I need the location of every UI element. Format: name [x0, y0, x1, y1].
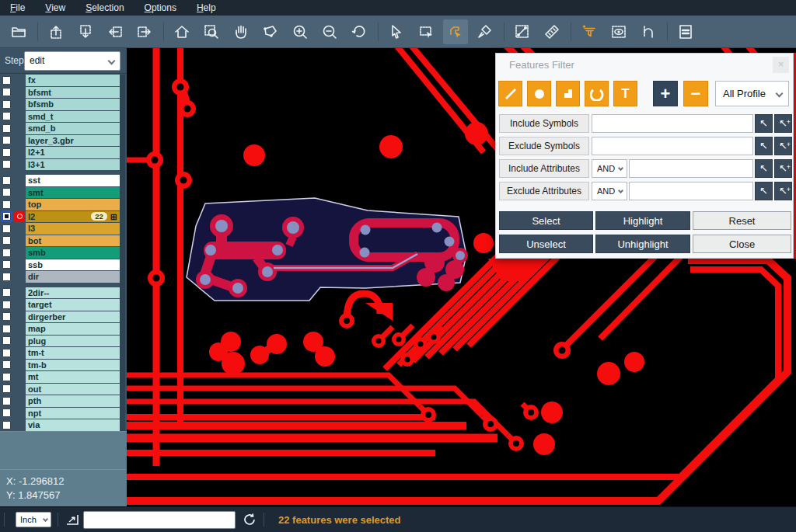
snap-mode-button[interactable] — [636, 19, 661, 44]
layer-name[interactable]: smd_t — [26, 111, 120, 123]
select-button[interactable]: Select — [499, 211, 593, 230]
pick-add-symbol-button[interactable]: ↖+ — [774, 114, 792, 133]
layer-visibility-checkbox[interactable] — [2, 148, 11, 157]
layer-visibility-checkbox[interactable] — [2, 349, 11, 357]
close-button[interactable]: Close — [693, 235, 791, 253]
layer-visibility-checkbox[interactable] — [2, 200, 11, 209]
include-symbols-input[interactable] — [592, 114, 753, 133]
layer-name[interactable]: target — [26, 299, 120, 311]
include-attributes-operator[interactable]: AND — [592, 159, 627, 178]
layer-visibility-checkbox[interactable] — [2, 236, 11, 245]
layer-visibility-checkbox[interactable] — [2, 112, 11, 120]
pan-hand-button[interactable] — [229, 19, 253, 44]
layer-visibility-checkbox[interactable] — [2, 312, 11, 321]
zoom-previous-button[interactable] — [347, 19, 372, 44]
zoom-polygon-button[interactable] — [258, 19, 283, 44]
filter-line-button[interactable] — [498, 81, 522, 106]
pan-right-button[interactable] — [132, 19, 157, 44]
layer-name[interactable]: smb — [26, 247, 120, 259]
layer-name[interactable]: npt — [26, 408, 120, 419]
profile-select[interactable]: All Profile — [715, 81, 789, 106]
layer-visibility-checkbox[interactable] — [2, 384, 11, 393]
layer-form-button[interactable] — [673, 19, 698, 44]
layer-name[interactable]: dirgerber — [26, 311, 120, 323]
pick-add-attribute-button[interactable]: ↖+ — [774, 159, 792, 178]
layer-name[interactable]: dir — [26, 271, 120, 283]
layer-visibility-checkbox[interactable] — [2, 160, 11, 169]
open-file-button[interactable] — [6, 19, 31, 44]
unit-select[interactable]: Inch — [16, 512, 51, 527]
layer-visibility-checkbox[interactable] — [2, 397, 11, 405]
layer-visibility-checkbox[interactable] — [2, 409, 11, 417]
active-layer-indicator[interactable] — [14, 211, 25, 222]
exclude-symbols-button[interactable]: Exclude Symbols — [499, 137, 589, 155]
view-options-button[interactable] — [606, 19, 631, 44]
zoom-in-button[interactable] — [288, 19, 312, 44]
include-attributes-input[interactable] — [629, 159, 753, 178]
filter-pad-button[interactable] — [527, 81, 551, 106]
select-rectangle-button[interactable] — [414, 19, 438, 44]
layer-visibility-checkbox[interactable] — [2, 373, 11, 381]
pick-add-attribute-button[interactable]: ↖+ — [774, 182, 792, 200]
layer-name[interactable]: smd_b — [26, 123, 120, 134]
layer-visibility-checkbox[interactable] — [2, 421, 11, 429]
layer-visibility-checkbox[interactable] — [2, 88, 11, 96]
select-polygon-button[interactable] — [443, 19, 468, 44]
reset-button[interactable]: Reset — [693, 211, 791, 230]
layer-visibility-checkbox[interactable] — [2, 176, 11, 185]
layer-name[interactable]: out — [26, 384, 120, 395]
filter-negative-button[interactable]: − — [683, 81, 708, 106]
zoom-out-button[interactable] — [317, 19, 342, 44]
menu-file[interactable]: File — [0, 0, 35, 16]
layer-visibility-checkbox[interactable] — [2, 136, 11, 144]
menu-selection[interactable]: Selection — [75, 0, 134, 16]
layer-name[interactable]: sst — [26, 175, 120, 186]
layer-visibility-checkbox[interactable] — [2, 288, 11, 297]
layer-name[interactable]: tm-b — [26, 360, 120, 371]
layer-name[interactable]: bfsmb — [26, 99, 120, 110]
layer-name[interactable]: map — [26, 323, 120, 335]
layer-name[interactable]: l3+1 — [26, 159, 120, 171]
menu-view[interactable]: View — [35, 0, 75, 16]
layer-visibility-checkbox[interactable] — [2, 301, 11, 309]
filter-text-button[interactable]: T — [613, 81, 637, 106]
menu-options[interactable]: Options — [134, 0, 187, 16]
layer-name[interactable]: fx — [26, 75, 120, 86]
menu-help[interactable]: Help — [187, 0, 226, 16]
layer-visibility-checkbox[interactable] — [2, 325, 11, 333]
layer-name[interactable]: bot — [26, 235, 120, 247]
filter-surface-button[interactable] — [556, 81, 580, 106]
highlight-button[interactable]: Highlight — [595, 211, 690, 230]
include-attributes-button[interactable]: Include Attributes — [499, 159, 589, 178]
filter-positive-button[interactable]: + — [653, 81, 678, 106]
pick-attribute-button[interactable]: ↖ — [755, 159, 773, 178]
pick-add-symbol-button[interactable]: ↖+ — [774, 137, 792, 155]
layer-name[interactable]: mt — [26, 371, 120, 383]
layer-name[interactable]: plug — [26, 336, 120, 347]
pan-left-button[interactable] — [103, 19, 127, 44]
layer-name[interactable]: 2dir-- — [26, 287, 120, 299]
measure-ruler-button[interactable] — [539, 19, 564, 44]
layer-name[interactable]: pth — [26, 395, 120, 407]
layer-name[interactable]: l3 — [26, 223, 120, 235]
layer-visibility-checkbox[interactable] — [2, 188, 11, 196]
layer-visibility-checkbox[interactable] — [2, 360, 11, 369]
include-symbols-button[interactable]: Include Symbols — [499, 114, 589, 133]
unselect-button[interactable]: Unselect — [499, 235, 593, 253]
exclude-symbols-input[interactable] — [592, 137, 753, 155]
layer-visibility-checkbox[interactable] — [2, 336, 11, 345]
features-filter-button[interactable] — [577, 19, 602, 44]
measure-points-button[interactable] — [510, 19, 535, 44]
layer-name[interactable]: tm-t — [26, 347, 120, 359]
clear-highlight-button[interactable] — [473, 19, 498, 44]
exclude-attributes-input[interactable] — [629, 182, 753, 200]
layer-visibility-checkbox[interactable] — [2, 273, 11, 281]
pan-up-button[interactable] — [44, 19, 68, 44]
layer-visibility-checkbox[interactable] — [2, 224, 11, 233]
layer-name[interactable]: bfsmt — [26, 87, 120, 99]
layer-name[interactable]: l2+1 — [26, 147, 120, 158]
select-cursor-button[interactable] — [384, 19, 409, 44]
unhighlight-button[interactable]: Unhighlight — [595, 235, 690, 253]
pick-symbol-button[interactable]: ↖ — [755, 114, 773, 133]
home-view-button[interactable] — [169, 19, 194, 44]
